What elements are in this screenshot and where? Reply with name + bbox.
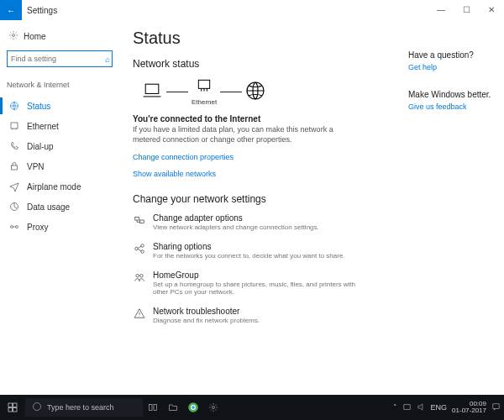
search-icon: ⌕ xyxy=(105,55,110,64)
svg-rect-7 xyxy=(145,84,159,93)
svg-rect-8 xyxy=(198,80,209,88)
network-diagram: Ethernet xyxy=(141,78,396,106)
troubleshoot-icon xyxy=(133,307,146,325)
option-desc: Set up a homegroup to share pictures, mu… xyxy=(153,281,371,297)
svg-point-6 xyxy=(16,226,18,228)
svg-rect-23 xyxy=(154,405,157,411)
svg-rect-2 xyxy=(11,123,18,129)
sidebar-item-dialup[interactable]: Dial-up xyxy=(5,136,118,156)
tray-language[interactable]: ENG xyxy=(431,403,448,412)
svg-rect-17 xyxy=(8,403,13,407)
svg-rect-18 xyxy=(13,403,18,407)
link-get-help[interactable]: Get help xyxy=(408,63,497,71)
taskbar-search[interactable]: Type here to search xyxy=(25,398,143,417)
svg-rect-28 xyxy=(403,404,409,409)
dialup-icon xyxy=(8,141,20,151)
feedback-heading: Make Windows better. xyxy=(408,90,497,99)
option-title: Sharing options xyxy=(153,242,345,251)
sidebar-item-status[interactable]: Status xyxy=(5,96,118,116)
adapter-icon xyxy=(133,213,146,232)
sidebar-home[interactable]: Home xyxy=(5,27,118,45)
window-title: Settings xyxy=(22,6,428,15)
sidebar-item-label: Airplane mode xyxy=(27,182,81,192)
option-title: Change adapter options xyxy=(153,213,319,223)
svg-point-15 xyxy=(136,274,139,277)
option-title: Network troubleshooter xyxy=(153,307,260,316)
back-button[interactable]: ← xyxy=(0,0,22,20)
sidebar-item-label: VPN xyxy=(27,162,45,171)
status-icon xyxy=(8,101,20,111)
sidebar-section-label: Network & Internet xyxy=(5,77,118,92)
close-button[interactable]: ✕ xyxy=(479,0,504,20)
sidebar-item-label: Proxy xyxy=(27,223,49,232)
sidebar-item-label: Dial-up xyxy=(27,142,54,151)
task-view-button[interactable] xyxy=(143,402,163,412)
svg-point-21 xyxy=(34,403,41,411)
tray-network-icon[interactable] xyxy=(402,402,412,413)
svg-point-26 xyxy=(192,406,195,409)
link-feedback[interactable]: Give us feedback xyxy=(408,102,497,111)
section-network-status: Network status xyxy=(133,58,396,70)
svg-point-16 xyxy=(140,274,144,277)
system-tray: ˄ ENG 00:09 01-07-2017 xyxy=(393,401,504,414)
diagram-label: Ethernet xyxy=(192,98,217,106)
ethernet-icon xyxy=(8,121,20,131)
svg-rect-29 xyxy=(493,403,499,408)
sidebar-item-label: Ethernet xyxy=(27,122,59,131)
svg-rect-19 xyxy=(8,408,13,412)
window-titlebar: ← Settings — ☐ ✕ xyxy=(0,0,504,20)
sidebar-item-label: Data usage xyxy=(27,202,70,212)
tray-chevron-icon[interactable]: ˄ xyxy=(393,403,397,412)
laptop-icon xyxy=(141,81,163,103)
option-desc: View network adapters and change connect… xyxy=(153,223,319,232)
sidebar-item-ethernet[interactable]: Ethernet xyxy=(5,116,118,136)
tray-action-center-icon[interactable] xyxy=(491,402,501,413)
right-column: Have a question? Get help Make Windows b… xyxy=(403,20,504,395)
link-available-networks[interactable]: Show available networks xyxy=(133,170,396,178)
svg-point-14 xyxy=(141,250,144,254)
option-desc: For the networks you connect to, decide … xyxy=(153,252,345,260)
start-button[interactable] xyxy=(0,402,25,412)
diagram-line xyxy=(220,92,242,92)
option-sharing[interactable]: Sharing options For the networks you con… xyxy=(133,242,396,260)
home-icon xyxy=(8,30,18,42)
connected-heading: You're connected to the Internet xyxy=(133,114,396,123)
option-troubleshooter[interactable]: Network troubleshooter Diagnose and fix … xyxy=(133,307,396,325)
ethernet-port-icon xyxy=(196,78,213,93)
minimize-button[interactable]: — xyxy=(428,0,454,20)
maximize-button[interactable]: ☐ xyxy=(454,0,479,20)
sidebar-item-datausage[interactable]: Data usage xyxy=(5,197,118,217)
search-input[interactable]: ⌕ xyxy=(7,50,113,67)
main-content: Status Network status Ethernet You're co… xyxy=(118,20,403,395)
svg-point-5 xyxy=(11,226,13,228)
connected-description: If you have a limited data plan, you can… xyxy=(133,125,351,144)
sidebar-item-airplane[interactable]: Airplane mode xyxy=(5,176,118,197)
ethernet-node: Ethernet xyxy=(192,78,217,106)
homegroup-icon xyxy=(133,270,146,297)
tray-clock[interactable]: 00:09 01-07-2017 xyxy=(452,401,486,414)
search-field[interactable] xyxy=(11,55,105,63)
sidebar: Home ⌕ Network & Internet Status Etherne… xyxy=(0,20,118,395)
taskbar-search-label: Type here to search xyxy=(47,403,114,412)
sidebar-item-vpn[interactable]: VPN xyxy=(5,156,118,176)
sidebar-home-label: Home xyxy=(24,32,46,41)
page-title: Status xyxy=(133,29,396,48)
taskbar-app-settings[interactable] xyxy=(203,402,223,412)
taskbar-app-explorer[interactable] xyxy=(163,402,183,412)
tray-date: 01-07-2017 xyxy=(452,407,486,414)
diagram-line xyxy=(166,92,188,92)
section-change-settings: Change your network settings xyxy=(133,193,396,205)
link-connection-properties[interactable]: Change connection properties xyxy=(133,153,396,161)
datausage-icon xyxy=(8,202,20,212)
option-desc: Diagnose and fix network problems. xyxy=(153,317,260,325)
sidebar-item-proxy[interactable]: Proxy xyxy=(5,217,118,237)
option-adapter[interactable]: Change adapter options View network adap… xyxy=(133,213,396,232)
window-controls: — ☐ ✕ xyxy=(428,0,504,20)
taskbar: Type here to search ˄ ENG 00:09 01-07-20… xyxy=(0,395,504,420)
taskbar-app-chrome[interactable] xyxy=(183,402,203,413)
option-homegroup[interactable]: HomeGroup Set up a homegroup to share pi… xyxy=(133,270,396,297)
globe-icon xyxy=(245,81,265,104)
svg-rect-11 xyxy=(140,220,144,223)
proxy-icon xyxy=(8,222,20,232)
tray-volume-icon[interactable] xyxy=(417,402,426,413)
